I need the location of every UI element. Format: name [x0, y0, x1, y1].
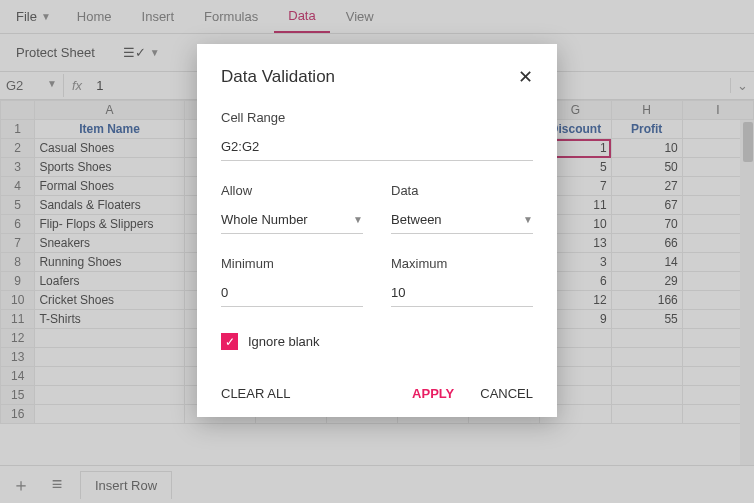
apply-button[interactable]: APPLY	[412, 386, 454, 401]
maximum-label: Maximum	[391, 256, 533, 271]
ignore-blank-checkbox[interactable]: ✓	[221, 333, 238, 350]
allow-select[interactable]: Whole Number ▼	[221, 208, 363, 234]
data-select[interactable]: Between ▼	[391, 208, 533, 234]
maximum-input[interactable]	[391, 281, 533, 307]
cancel-button[interactable]: CANCEL	[480, 386, 533, 401]
data-value: Between	[391, 212, 442, 227]
minimum-label: Minimum	[221, 256, 363, 271]
data-label: Data	[391, 183, 533, 198]
cell-range-label: Cell Range	[221, 110, 533, 125]
data-validation-dialog: Data Validation ✕ Cell Range Allow Whole…	[197, 44, 557, 417]
chevron-down-icon: ▼	[353, 214, 363, 225]
chevron-down-icon: ▼	[523, 214, 533, 225]
allow-value: Whole Number	[221, 212, 308, 227]
allow-label: Allow	[221, 183, 363, 198]
cell-range-input[interactable]	[221, 135, 533, 161]
close-icon[interactable]: ✕	[518, 66, 533, 88]
clear-all-button[interactable]: CLEAR ALL	[221, 386, 290, 401]
ignore-blank-label: Ignore blank	[248, 334, 320, 349]
dialog-title: Data Validation	[221, 67, 335, 87]
minimum-input[interactable]	[221, 281, 363, 307]
modal-overlay: Data Validation ✕ Cell Range Allow Whole…	[0, 0, 754, 503]
